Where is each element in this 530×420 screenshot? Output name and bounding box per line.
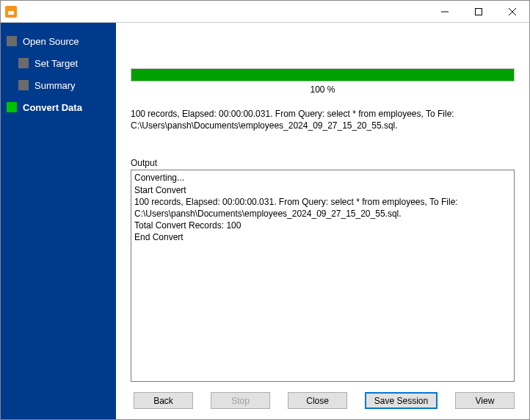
step-box-icon (18, 58, 29, 68)
progress-label: 100 % (131, 84, 515, 95)
output-line: Total Convert Records: 100 (134, 220, 511, 231)
maximize-button[interactable] (462, 1, 495, 23)
sidebar-item-open-source[interactable]: Open Source (1, 30, 116, 52)
titlebar (1, 1, 529, 23)
sidebar-item-convert-data[interactable]: Convert Data (1, 96, 116, 118)
back-button[interactable]: Back (134, 392, 193, 409)
main-panel: 100 % 100 records, Elapsed: 00:00:00.031… (116, 23, 529, 419)
sidebar-item-label: Summary (35, 80, 76, 91)
output-textarea[interactable]: Converting...Start Convert100 records, E… (131, 170, 515, 382)
body-area: Open Source Set Target Summary Convert D… (1, 23, 529, 419)
svg-line-3 (509, 8, 516, 15)
app-window: Open Source Set Target Summary Convert D… (0, 0, 530, 420)
sidebar-item-label: Set Target (35, 58, 78, 69)
stop-button[interactable]: Stop (211, 392, 270, 409)
output-label: Output (131, 158, 515, 168)
step-box-icon (7, 102, 17, 112)
step-box-icon (7, 36, 17, 46)
save-session-button[interactable]: Save Session (365, 392, 438, 409)
app-icon (5, 6, 17, 18)
wizard-sidebar: Open Source Set Target Summary Convert D… (1, 23, 116, 419)
sidebar-item-summary[interactable]: Summary (1, 74, 116, 96)
output-line: Start Convert (134, 184, 511, 196)
output-line: End Convert (134, 231, 511, 243)
view-button[interactable]: View (455, 392, 515, 409)
button-row: Back Stop Close Save Session View (131, 392, 515, 409)
close-button[interactable]: Close (288, 392, 347, 409)
close-window-button[interactable] (495, 1, 529, 23)
status-text: 100 records, Elapsed: 00:00:00.031. From… (131, 108, 515, 131)
output-line: Converting... (134, 172, 511, 184)
minimize-button[interactable] (428, 1, 462, 23)
progress-fill (131, 69, 514, 81)
sidebar-item-set-target[interactable]: Set Target (1, 52, 116, 74)
sidebar-item-label: Convert Data (23, 102, 82, 113)
progress-bar (131, 68, 515, 82)
step-box-icon (18, 80, 29, 90)
svg-rect-1 (476, 8, 482, 15)
output-line: 100 records, Elapsed: 00:00:00.031. From… (134, 196, 511, 220)
progress-section: 100 % (131, 68, 515, 95)
svg-line-2 (509, 8, 516, 15)
sidebar-item-label: Open Source (23, 36, 79, 47)
